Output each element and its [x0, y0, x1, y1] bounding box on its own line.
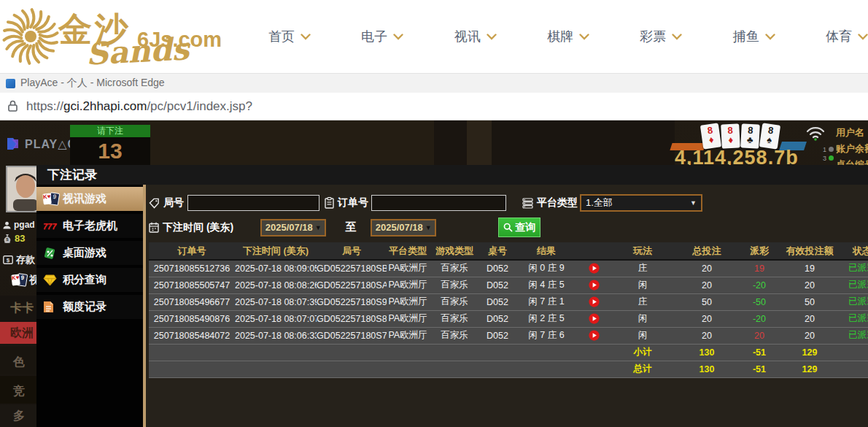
cell-game: 百家乐	[429, 310, 480, 327]
cell-status: 已派彩	[839, 293, 868, 310]
table-header: 订单号 下注时间 (美东) 局号 平台类型 游戏类型 桌号 结果 玩法 总	[149, 242, 868, 260]
cell-play: 庄	[610, 293, 675, 310]
nav-item-sports[interactable]: 体育	[826, 28, 868, 45]
cell-total_bet: 20	[675, 327, 738, 344]
browser-url-bar[interactable]: https://gci.2hhapi.com/pc/pcv1/index.jsp…	[0, 93, 868, 120]
cell-platform: PA欧洲厅	[387, 260, 429, 277]
round-input[interactable]	[187, 195, 319, 211]
cell-order: 250718085512736	[149, 260, 235, 277]
video-backdrop	[467, 120, 492, 165]
side-tab[interactable]: 色	[0, 347, 36, 374]
cell-platform: PA欧洲厅	[387, 277, 429, 293]
cell-payout: -20	[738, 277, 780, 293]
side-tab[interactable]: 多	[0, 405, 36, 427]
cell-payout: 19	[738, 260, 780, 277]
cell-replay	[578, 277, 610, 293]
column-header: 派彩	[738, 242, 780, 260]
modal-title: 下注记录	[36, 165, 868, 185]
cell-play: 闲	[610, 277, 675, 293]
side-tab[interactable]: 卡卡	[0, 296, 36, 322]
cell-replay	[578, 260, 610, 277]
column-header: 状态	[839, 242, 868, 260]
side-tab-active[interactable]: 欧洲	[0, 322, 36, 344]
cell-round: GD052257180S8	[317, 310, 387, 327]
table-row: 2507180855057472025-07-18 08:08:26GD0522…	[149, 277, 868, 293]
cell-status: 已派彩	[839, 260, 868, 277]
order-input[interactable]	[371, 195, 506, 211]
sidebar-item-points[interactable]: 积分查询	[36, 268, 143, 292]
nav-item-home[interactable]: 首页	[268, 28, 311, 45]
video-backdrop	[150, 120, 434, 165]
cell-status: 已派彩	[839, 310, 868, 327]
cell-game: 百家乐	[429, 260, 480, 277]
video-tab-row[interactable]: 9 K♥ 视	[12, 274, 39, 287]
column-header: 结果	[515, 242, 578, 260]
side-tab[interactable]: 竞	[0, 376, 36, 404]
total-total-bet: 130	[675, 361, 738, 377]
logo-brand-script: Sands	[85, 31, 190, 72]
bet-prompt: 请下注	[70, 125, 150, 137]
bet-table-body: 2507180855127362025-07-18 08:09:05GD0522…	[149, 260, 868, 344]
user-icon	[3, 221, 11, 229]
cell-result: 闲 4 庄 5	[515, 277, 578, 293]
total-valid-bet: 129	[780, 361, 839, 377]
countdown-value: 13	[70, 137, 150, 166]
site-logo[interactable]: 金沙 6Js.com Sands	[1, 3, 242, 73]
replay-video-icon[interactable]	[589, 263, 600, 274]
bet-time-label: 下注时间 (美东)	[149, 221, 233, 234]
filter-row-2: 下注时间 (美东) 2025/07/18▼ 至 2025/07/18▼ 查询	[149, 218, 540, 237]
chevron-down-icon	[672, 34, 682, 40]
cell-game: 百家乐	[429, 293, 480, 310]
sun-logo-icon	[1, 3, 60, 70]
replay-video-icon[interactable]	[589, 313, 600, 324]
column-header: 游戏类型	[429, 242, 480, 260]
nav-item-fishing[interactable]: 捕鱼	[733, 28, 775, 45]
screen: 金沙 6Js.com Sands 首页 电子 视讯 棋牌 彩票 捕鱼 体育 Pl…	[0, 0, 868, 427]
subtotal-total-bet: 130	[675, 344, 738, 361]
sidebar-item-video-games[interactable]: 9 K♥ 视讯游戏	[36, 187, 143, 211]
clipboard-icon	[325, 197, 334, 209]
browser-favicon-icon	[6, 79, 15, 88]
cell-round: GD052257180S7	[317, 327, 387, 344]
sidebar-item-table-games[interactable]: 桌面游戏	[36, 241, 143, 265]
replay-video-icon[interactable]	[589, 296, 600, 307]
sidebar-item-credit-records[interactable]: 额度记录	[36, 295, 143, 319]
replay-video-icon[interactable]	[589, 280, 600, 291]
cell-time: 2025-07-18 08:07:07	[235, 310, 317, 327]
total-payout: -51	[738, 361, 780, 377]
deposit-row[interactable]: $ 存款	[3, 253, 35, 266]
cell-status: 已派彩	[839, 327, 868, 344]
cell-play: 闲	[610, 327, 675, 344]
cell-time: 2025-07-18 08:07:39	[235, 293, 317, 310]
calendar-icon	[149, 222, 159, 233]
totals-body: 小计 130 -51 129 总计 130	[149, 344, 868, 377]
cell-total_bet: 20	[675, 310, 738, 327]
chevron-down-icon	[765, 34, 775, 40]
nav-item-board[interactable]: 棋牌	[547, 28, 589, 45]
cell-total_bet: 20	[675, 277, 738, 293]
cell-round: GD052257180SB	[317, 260, 387, 277]
bet-table: 订单号 下注时间 (美东) 局号 平台类型 游戏类型 桌号 结果 玩法 总	[149, 242, 868, 378]
date-from-select[interactable]: 2025/07/18▼	[260, 219, 326, 236]
dropdown-arrow-icon: ▼	[425, 224, 432, 231]
cell-time: 2025-07-18 08:09:05	[235, 260, 317, 277]
subtotal-label: 小计	[610, 344, 675, 361]
cell-table_no: D052	[480, 260, 515, 277]
playing-card: 8♦	[721, 123, 740, 148]
platform-select[interactable]: 1.全部 ▼	[580, 194, 702, 212]
replay-video-icon[interactable]	[589, 330, 600, 341]
playing-card: 8♣	[740, 123, 760, 148]
sidebar-item-slots[interactable]: 777 电子老虎机	[36, 214, 143, 238]
round-label: 局号	[149, 196, 184, 209]
nav-item-slots[interactable]: 电子	[361, 28, 403, 45]
bet-records-modal: 下注记录 9 K♥ 视讯游戏 777 电子老虎机	[36, 165, 868, 427]
total-label: 总计	[610, 361, 675, 377]
nav-item-lottery[interactable]: 彩票	[640, 28, 682, 45]
search-button[interactable]: 查询	[498, 218, 540, 237]
date-to-select[interactable]: 2025/07/18▼	[371, 219, 436, 236]
browser-titlebar: PlayAce - 个人 - Microsoft Edge	[0, 73, 868, 93]
cell-payout: -50	[738, 293, 780, 310]
bet-table-wrap: 订单号 下注时间 (美东) 局号 平台类型 游戏类型 桌号 结果 玩法 总	[149, 242, 868, 427]
nav-item-live[interactable]: 视讯	[454, 28, 497, 45]
cell-round: GD052257180SA	[317, 277, 387, 293]
